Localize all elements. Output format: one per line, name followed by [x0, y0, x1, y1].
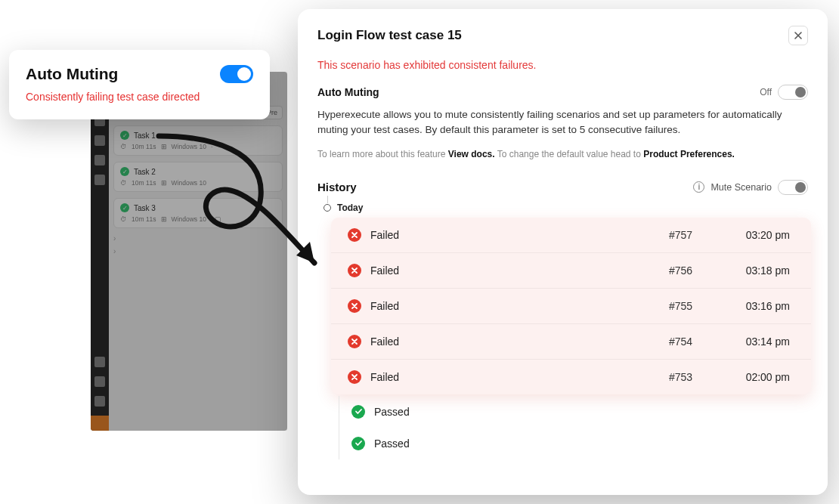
nav-icon [94, 376, 105, 387]
task-card[interactable]: ✓Task 2 ⏱10m 11s⊞Windows 10 [113, 162, 283, 192]
modal-title: Login Flow test case 15 [317, 28, 462, 43]
history-row[interactable]: Passed [344, 428, 808, 459]
automute-toggle[interactable] [220, 65, 253, 83]
task-card[interactable]: ✓Task 3 ⏱10m 11s⊞Windows 10· ▢ [113, 198, 283, 228]
failure-alert: This scenario has exhibited consistent f… [317, 59, 808, 71]
fail-icon [348, 228, 361, 242]
automute-callout-card: Auto Muting Consistently failing test ca… [9, 50, 270, 119]
automute-title: Auto Muting [26, 65, 118, 83]
fail-icon [348, 370, 361, 384]
mute-scenario-label: Mute Scenario [711, 182, 772, 193]
history-row[interactable]: Failed #753 02:00 pm [331, 359, 811, 394]
history-row[interactable]: Failed #756 03:18 pm [331, 252, 811, 288]
check-icon: ✓ [120, 203, 129, 212]
automute-modal-toggle[interactable] [778, 85, 808, 100]
fail-icon [348, 335, 361, 348]
scenario-modal: Login Flow test case 15 This scenario ha… [298, 9, 828, 495]
nav-icon [94, 357, 105, 367]
today-label: Today [337, 203, 363, 213]
automute-meta: To learn more about this feature View do… [317, 147, 808, 162]
automute-state-label: Off [760, 87, 772, 97]
check-icon: ✓ [120, 167, 129, 176]
background-app: est Dura m 55s 2m 21s Status▾ ⌕ Search P… [91, 72, 287, 431]
mute-scenario-toggle[interactable] [778, 180, 808, 195]
automute-subtitle: Consistently failing test case directed [26, 91, 253, 103]
automute-section-heading: Auto Muting [317, 86, 379, 98]
task-card[interactable]: ✓Task 1 ⏱10m 11s⊞Windows 10· [113, 125, 283, 156]
fail-icon [348, 299, 361, 313]
history-row[interactable]: Failed #757 03:20 pm [331, 218, 811, 252]
nav-icon [94, 396, 105, 407]
automute-description: Hyperexecute allows you to mute consiste… [317, 107, 808, 138]
nav-icon [94, 175, 105, 185]
check-icon: ✓ [120, 131, 129, 140]
nav-icon [94, 155, 105, 165]
fail-icon [348, 264, 361, 277]
nav-icon [94, 135, 105, 146]
failed-runs-block: Failed #757 03:20 pm Failed #756 03:18 p… [331, 218, 811, 394]
history-heading: History [317, 181, 357, 193]
view-docs-link[interactable]: View docs. [448, 149, 495, 159]
product-preferences-link[interactable]: Product Preferences. [643, 149, 735, 159]
info-icon: i [693, 181, 704, 193]
close-button[interactable] [788, 26, 808, 45]
history-row[interactable]: Passed [344, 396, 808, 428]
history-row[interactable]: Failed #754 03:14 pm [331, 323, 811, 359]
history-row[interactable]: Failed #755 03:16 pm [331, 288, 811, 323]
bg-main: est Dura m 55s 2m 21s Status▾ ⌕ Search P… [109, 72, 287, 431]
history-timeline: Today Failed #757 03:20 pm Failed #756 0… [317, 203, 808, 459]
timeline-marker-icon [324, 204, 331, 212]
pass-icon [351, 437, 365, 450]
pass-icon [351, 405, 365, 419]
passed-runs-block: Passed Passed [339, 396, 808, 459]
nav-accent [91, 416, 109, 431]
bg-sidebar [91, 72, 109, 431]
